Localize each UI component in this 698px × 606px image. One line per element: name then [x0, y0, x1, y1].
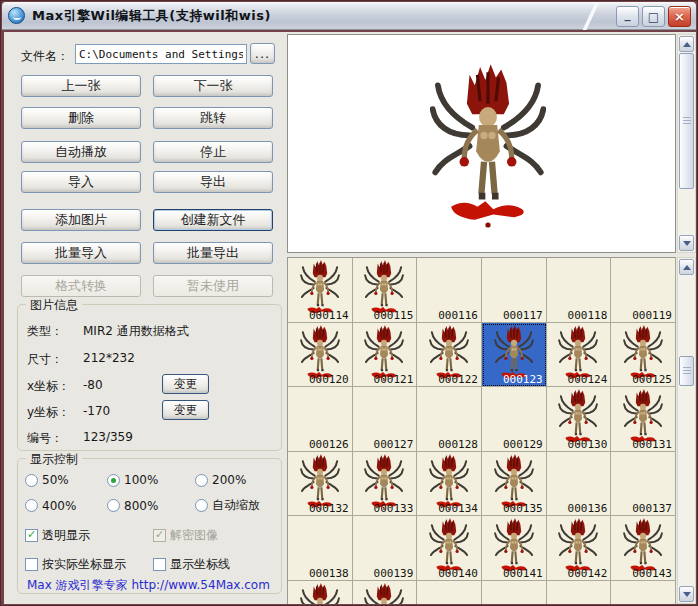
radio-100[interactable]: 100% [107, 473, 195, 487]
radio-icon [107, 474, 120, 487]
stop-button[interactable]: 停止 [153, 141, 273, 163]
thumbnail-000118[interactable]: 000118 [547, 258, 612, 323]
thumbnail-label: 000119 [632, 309, 672, 322]
checkbox-label: 解密图像 [170, 527, 218, 544]
prev-button[interactable]: 上一张 [21, 75, 141, 97]
thumbnail-000129[interactable]: 000129 [482, 387, 547, 452]
preview-scrollbar-thumb[interactable] [679, 53, 694, 189]
thumbnail-000136[interactable]: 000136 [547, 452, 612, 517]
thumbnail-label: 000121 [374, 373, 414, 386]
thumbnail-000115[interactable]: 000115 [353, 258, 418, 323]
thumbnail-000114[interactable]: 000114 [288, 258, 353, 323]
thumbnail-000126[interactable]: 000126 [288, 387, 353, 452]
preview-pane[interactable] [287, 34, 676, 253]
thumbnail-000141[interactable]: 000141 [482, 516, 547, 581]
website-link[interactable]: Max 游戏引擎专家 http://www.54Max.com [27, 577, 270, 594]
thumbnail-label: 000142 [568, 567, 608, 580]
window-title: Max引擎Wil编辑工具(支持wil和wis) [32, 7, 271, 25]
import-button[interactable]: 导入 [21, 171, 141, 193]
thumbnail-grid: 0001140001150001160001170001180001190001… [287, 257, 676, 604]
info-number-row: 编号： 123/359 [27, 430, 63, 447]
thumbnail-000139[interactable]: 000139 [353, 516, 418, 581]
thumbnail-cell[interactable] [482, 581, 547, 605]
filename-label: 文件名： [21, 48, 69, 65]
preview-scroll-down-button[interactable] [679, 235, 694, 251]
checkbox-coord-lines[interactable]: 显示坐标线 [153, 556, 275, 573]
checkbox-icon [153, 529, 166, 542]
info-y-row: y坐标： -170 [27, 404, 70, 421]
radio-400[interactable]: 400% [25, 497, 107, 514]
thumbnail-000131[interactable]: 000131 [611, 387, 676, 452]
thumbnail-000123[interactable]: 000123 [482, 323, 547, 388]
radio-200[interactable]: 200% [195, 473, 275, 487]
y-coord-value: -170 [83, 404, 110, 418]
delete-button[interactable]: 删除 [21, 107, 141, 129]
thumbnail-000119[interactable]: 000119 [611, 258, 676, 323]
browse-button[interactable]: ... [250, 43, 275, 64]
radio-800[interactable]: 800% [107, 497, 195, 514]
thumbnail-cell[interactable] [417, 581, 482, 605]
add-image-button[interactable]: 添加图片 [21, 209, 141, 231]
preview-scrollbar[interactable] [677, 34, 696, 253]
maximize-button[interactable]: □ [642, 6, 665, 27]
titlebar-decoration [578, 2, 604, 30]
thumbnail-cell[interactable] [353, 581, 418, 605]
titlebar[interactable]: Max引擎Wil编辑工具(支持wil和wis) _ □ × [2, 2, 696, 30]
info-x-row: x坐标： -80 [27, 378, 70, 395]
batch-import-button[interactable]: 批量导入 [21, 242, 141, 264]
jump-button[interactable]: 跳转 [153, 107, 273, 129]
batch-export-button[interactable]: 批量导出 [153, 242, 273, 264]
thumbnail-label: 000141 [503, 567, 543, 580]
next-button[interactable]: 下一张 [153, 75, 273, 97]
thumbnail-000122[interactable]: 000122 [417, 323, 482, 388]
filename-input[interactable] [75, 44, 247, 64]
grid-scroll-down-button[interactable] [679, 586, 694, 602]
thumbnail-000127[interactable]: 000127 [353, 387, 418, 452]
checkbox-label: 按实际坐标显示 [42, 556, 126, 573]
grid-scroll-up-button[interactable] [679, 259, 694, 275]
export-button[interactable]: 导出 [153, 171, 273, 193]
preview-scroll-up-button[interactable] [679, 36, 694, 52]
checkbox-actual-coords[interactable]: 按实际坐标显示 [25, 556, 153, 573]
display-control-group: 显示控制 50%100%200%400%800%自动缩放 透明显示解密图像按实际… [17, 458, 282, 594]
thumbnail-label: 000143 [632, 567, 672, 580]
thumbnail-000121[interactable]: 000121 [353, 323, 418, 388]
thumbnail-000125[interactable]: 000125 [611, 323, 676, 388]
thumbnail-label: 000124 [568, 373, 608, 386]
thumbnail-000124[interactable]: 000124 [547, 323, 612, 388]
thumbnail-000132[interactable]: 000132 [288, 452, 353, 517]
thumbnail-000116[interactable]: 000116 [417, 258, 482, 323]
monster-sprite [364, 583, 404, 605]
thumbnail-cell[interactable] [288, 581, 353, 605]
grid-scrollbar-thumb[interactable] [679, 356, 694, 386]
app-icon [8, 7, 25, 24]
thumbnail-000137[interactable]: 000137 [611, 452, 676, 517]
change-y-button[interactable]: 变更 [162, 400, 209, 420]
checkbox-transparent[interactable]: 透明显示 [25, 527, 153, 544]
info-size-row: 尺寸： 212*232 [27, 351, 63, 368]
thumbnail-000135[interactable]: 000135 [482, 452, 547, 517]
radio-auto[interactable]: 自动缩放 [195, 497, 275, 514]
autoplay-button[interactable]: 自动播放 [21, 141, 141, 163]
close-button[interactable]: × [668, 6, 691, 27]
thumbnail-000138[interactable]: 000138 [288, 516, 353, 581]
minimize-button[interactable]: _ [616, 6, 639, 27]
thumbnail-000133[interactable]: 000133 [353, 452, 418, 517]
thumbnail-000143[interactable]: 000143 [611, 516, 676, 581]
thumbnail-label: 000133 [374, 502, 414, 515]
thumbnail-cell[interactable] [611, 581, 676, 605]
thumbnail-000140[interactable]: 000140 [417, 516, 482, 581]
thumbnail-000128[interactable]: 000128 [417, 387, 482, 452]
radio-50[interactable]: 50% [25, 473, 107, 487]
thumbnail-label: 000132 [309, 502, 349, 515]
change-x-button[interactable]: 变更 [162, 374, 209, 394]
thumbnail-000117[interactable]: 000117 [482, 258, 547, 323]
grid-scrollbar[interactable] [677, 257, 696, 604]
create-file-button[interactable]: 创建新文件 [153, 209, 273, 231]
thumbnail-000130[interactable]: 000130 [547, 387, 612, 452]
thumbnail-cell[interactable] [547, 581, 612, 605]
thumbnail-000142[interactable]: 000142 [547, 516, 612, 581]
checkbox-label: 显示坐标线 [170, 556, 230, 573]
thumbnail-000134[interactable]: 000134 [417, 452, 482, 517]
thumbnail-000120[interactable]: 000120 [288, 323, 353, 388]
